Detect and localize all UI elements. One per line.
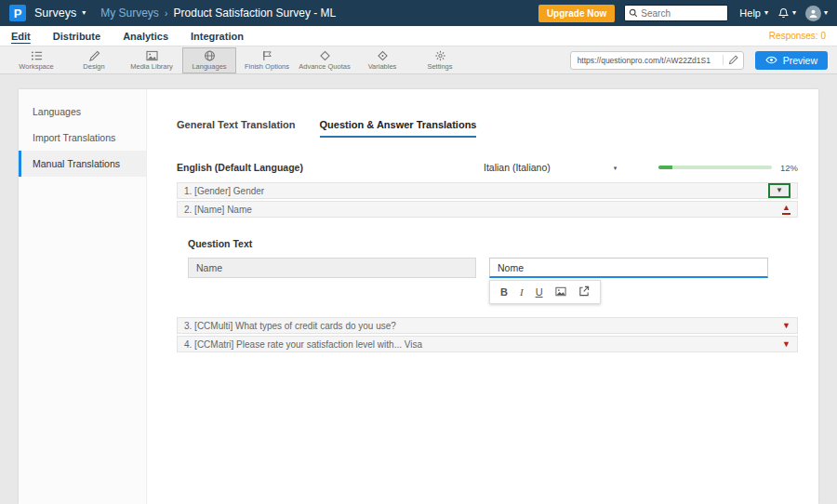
- nav-item-edit[interactable]: Edit: [11, 31, 31, 42]
- responses-count: Responses: 0: [769, 31, 826, 41]
- nav-item-analytics[interactable]: Analytics: [123, 31, 168, 42]
- content-area: Languages Import Translations Manual Tra…: [0, 74, 837, 504]
- top-header: P Surveys ▾ My Surveys › Product Satisfa…: [0, 0, 837, 26]
- chevron-down-icon: ▾: [614, 165, 618, 171]
- manual-translations-panel: General Text Translation Question & Answ…: [147, 89, 818, 504]
- translation-tabs: General Text Translation Question & Answ…: [177, 119, 798, 138]
- survey-title: Product Satisfaction Survey - ML: [174, 7, 337, 20]
- question-row-name[interactable]: 2. [Name] Name ▲: [177, 201, 798, 218]
- sidebar-item-languages[interactable]: Languages: [19, 99, 146, 125]
- section-nav: Edit Distribute Analytics Integration Re…: [0, 26, 837, 46]
- editor-inputs: B I U: [188, 258, 787, 304]
- collapse-question-button[interactable]: ▲: [782, 204, 790, 215]
- chevron-down-icon: ▾: [82, 9, 86, 17]
- insert-image-button[interactable]: [555, 286, 566, 298]
- expand-question-button-focused[interactable]: ▼: [768, 183, 790, 198]
- breadcrumb-separator: ›: [165, 7, 168, 19]
- survey-url-input[interactable]: [578, 56, 719, 65]
- translation-progress-bar: [658, 166, 772, 169]
- preview-button[interactable]: Preview: [755, 51, 828, 70]
- question-label: 4. [CCMatri] Please rate your satisfacti…: [184, 339, 422, 350]
- tab-general-text-translation[interactable]: General Text Translation: [177, 119, 296, 138]
- chevron-down-icon: ▾: [824, 9, 828, 17]
- help-menu[interactable]: Help ▾: [739, 7, 768, 19]
- sidebar-item-manual-translations[interactable]: Manual Translations: [19, 151, 146, 177]
- breadcrumb: My Surveys › Product Satisfaction Survey…: [100, 7, 336, 20]
- question-label: 3. [CCMulti] What types of credit cards …: [184, 321, 396, 331]
- toolbar-item-settings[interactable]: Settings: [413, 47, 467, 73]
- translation-progress-fill: [658, 166, 672, 169]
- survey-url-box: [570, 51, 744, 70]
- toolbar-item-variables[interactable]: Variables: [355, 47, 409, 73]
- underline-button[interactable]: U: [536, 287, 543, 298]
- surveys-menu-label: Surveys: [34, 7, 76, 20]
- language-row: English (Default Language) Italian (Ital…: [177, 162, 798, 173]
- toolbar-item-media-library[interactable]: Media Library: [125, 47, 179, 73]
- translation-progress-percent: 12%: [780, 163, 798, 173]
- toolbar-item-design[interactable]: Design: [67, 47, 121, 73]
- source-text-input: [188, 258, 476, 278]
- question-row-ccmatri[interactable]: 4. [CCMatri] Please rate your satisfacti…: [177, 336, 798, 352]
- eye-icon: [765, 56, 777, 64]
- bold-button[interactable]: B: [500, 287, 508, 298]
- target-column: B I U: [489, 258, 768, 304]
- global-search[interactable]: [624, 5, 728, 21]
- preview-label: Preview: [783, 55, 817, 66]
- notifications-menu[interactable]: ▾: [777, 7, 796, 20]
- target-language-label: Italian (Italiano): [484, 162, 551, 173]
- search-input[interactable]: [641, 8, 724, 19]
- breadcrumb-my-surveys[interactable]: My Surveys: [100, 7, 159, 20]
- upgrade-now-button[interactable]: Upgrade Now: [538, 5, 615, 22]
- edit-toolbar: Workspace Design Media Library Languages…: [0, 46, 837, 74]
- toolbar-item-languages[interactable]: Languages: [182, 47, 236, 73]
- edit-url-button[interactable]: [723, 55, 738, 65]
- account-menu[interactable]: ▾: [805, 6, 828, 21]
- translations-card: Languages Import Translations Manual Tra…: [19, 89, 818, 504]
- variables-icon: [377, 50, 389, 61]
- toolbar-item-workspace[interactable]: Workspace: [9, 47, 63, 73]
- questionpro-logo[interactable]: P: [9, 5, 26, 21]
- target-language-dropdown[interactable]: Italian (Italiano) ▾: [484, 162, 658, 173]
- settings-icon: [434, 50, 446, 61]
- question-row-gender[interactable]: 1. [Gender] Gender ▼: [177, 182, 798, 199]
- question-text-label: Question Text: [188, 238, 787, 249]
- chevron-down-icon: ▾: [792, 9, 796, 17]
- insert-link-button[interactable]: [578, 285, 590, 298]
- question-label: 1. [Gender] Gender: [184, 186, 264, 196]
- surveys-product-menu[interactable]: Surveys ▾: [34, 7, 86, 20]
- avatar: [805, 6, 821, 21]
- toolbar-item-advance-quotas[interactable]: Advance Quotas: [298, 47, 352, 73]
- chevron-down-icon: ▾: [764, 9, 768, 17]
- design-icon: [88, 50, 100, 61]
- toolbar-item-finish-options[interactable]: Finish Options: [240, 47, 294, 73]
- formatting-toolbar: B I U: [489, 280, 601, 304]
- question-row-ccmulti[interactable]: 3. [CCMulti] What types of credit cards …: [177, 317, 798, 334]
- italic-button[interactable]: I: [520, 287, 524, 298]
- question-list: 1. [Gender] Gender ▼ 2. [Name] Name ▲ Qu…: [177, 182, 798, 352]
- advance-quotas-icon: [319, 50, 331, 61]
- workspace-icon: [31, 50, 43, 61]
- help-label: Help: [739, 7, 761, 19]
- expand-question-button[interactable]: ▼: [782, 322, 790, 330]
- sidebar-item-import-translations[interactable]: Import Translations: [19, 125, 146, 151]
- translation-text-input[interactable]: [489, 258, 768, 278]
- bell-icon: [777, 7, 790, 20]
- question-label: 2. [Name] Name: [184, 205, 252, 215]
- languages-icon: [204, 50, 216, 61]
- finish-options-icon: [261, 50, 273, 61]
- expand-question-button[interactable]: ▼: [782, 340, 790, 349]
- question-translation-editor: Question Text B I U: [177, 219, 798, 317]
- translations-sidebar: Languages Import Translations Manual Tra…: [19, 89, 147, 504]
- search-icon: [629, 8, 638, 18]
- source-language-label: English (Default Language): [177, 162, 484, 173]
- media-library-icon: [146, 50, 158, 61]
- nav-item-distribute[interactable]: Distribute: [53, 31, 100, 42]
- nav-item-integration[interactable]: Integration: [191, 31, 244, 42]
- tab-question-answer-translations[interactable]: Question & Answer Translations: [320, 119, 477, 138]
